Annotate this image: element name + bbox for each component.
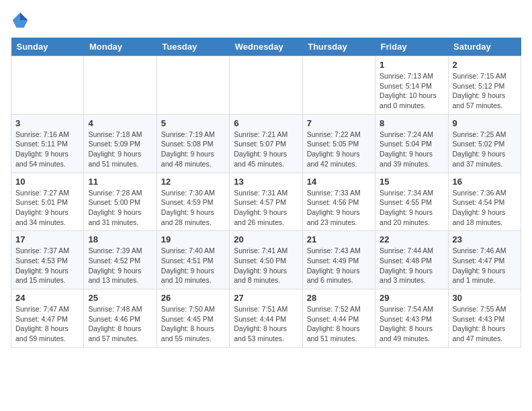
day-number: 9: [453, 118, 517, 128]
day-info: Sunrise: 7:33 AM Sunset: 4:56 PM Dayligh…: [307, 188, 371, 228]
day-info: Sunrise: 7:50 AM Sunset: 4:45 PM Dayligh…: [161, 304, 225, 344]
day-number: 15: [380, 177, 443, 187]
day-number: 2: [453, 60, 517, 70]
day-info: Sunrise: 7:39 AM Sunset: 4:52 PM Dayligh…: [88, 246, 152, 285]
header-tuesday: Tuesday: [157, 38, 229, 56]
table-cell: [302, 56, 375, 115]
day-info: Sunrise: 7:40 AM Sunset: 4:51 PM Dayligh…: [161, 246, 225, 285]
table-cell: 27Sunrise: 7:51 AM Sunset: 4:44 PM Dayli…: [230, 289, 302, 348]
table-cell: 18Sunrise: 7:39 AM Sunset: 4:52 PM Dayli…: [84, 231, 157, 289]
table-cell: 15Sunrise: 7:34 AM Sunset: 4:55 PM Dayli…: [375, 173, 448, 231]
day-number: 1: [380, 60, 443, 70]
table-cell: 23Sunrise: 7:46 AM Sunset: 4:47 PM Dayli…: [448, 231, 521, 289]
svg-marker-1: [20, 13, 28, 20]
day-number: 28: [307, 293, 371, 303]
day-number: 29: [380, 293, 443, 303]
week-row-1: 1Sunrise: 7:13 AM Sunset: 5:14 PM Daylig…: [11, 56, 521, 115]
header-wednesday: Wednesday: [230, 38, 302, 56]
day-number: 17: [15, 234, 79, 244]
day-number: 19: [161, 234, 225, 244]
day-number: 4: [88, 118, 152, 128]
day-info: Sunrise: 7:48 AM Sunset: 4:46 PM Dayligh…: [88, 304, 152, 344]
calendar-header-row: SundayMondayTuesdayWednesdayThursdayFrid…: [11, 38, 521, 56]
table-cell: 25Sunrise: 7:48 AM Sunset: 4:46 PM Dayli…: [84, 289, 157, 348]
week-row-5: 24Sunrise: 7:47 AM Sunset: 4:47 PM Dayli…: [11, 289, 521, 348]
calendar-table: SundayMondayTuesdayWednesdayThursdayFrid…: [11, 38, 521, 348]
table-cell: 14Sunrise: 7:33 AM Sunset: 4:56 PM Dayli…: [302, 173, 375, 231]
day-number: 22: [380, 234, 443, 244]
header-friday: Friday: [375, 38, 448, 56]
table-cell: 26Sunrise: 7:50 AM Sunset: 4:45 PM Dayli…: [157, 289, 229, 348]
day-number: 5: [161, 118, 225, 128]
day-info: Sunrise: 7:36 AM Sunset: 4:54 PM Dayligh…: [453, 188, 517, 228]
header-sunday: Sunday: [11, 38, 84, 56]
day-info: Sunrise: 7:46 AM Sunset: 4:47 PM Dayligh…: [453, 246, 517, 285]
day-info: Sunrise: 7:25 AM Sunset: 5:02 PM Dayligh…: [453, 130, 517, 169]
day-info: Sunrise: 7:31 AM Sunset: 4:57 PM Dayligh…: [234, 188, 298, 228]
day-number: 10: [15, 177, 79, 187]
week-row-2: 3Sunrise: 7:16 AM Sunset: 5:11 PM Daylig…: [11, 114, 521, 173]
day-number: 23: [453, 234, 517, 244]
table-cell: 7Sunrise: 7:22 AM Sunset: 5:05 PM Daylig…: [302, 114, 375, 173]
day-info: Sunrise: 7:44 AM Sunset: 4:48 PM Dayligh…: [380, 246, 443, 285]
day-info: Sunrise: 7:47 AM Sunset: 4:47 PM Dayligh…: [15, 304, 79, 344]
day-info: Sunrise: 7:55 AM Sunset: 4:43 PM Dayligh…: [453, 304, 517, 344]
week-row-4: 17Sunrise: 7:37 AM Sunset: 4:53 PM Dayli…: [11, 231, 521, 289]
day-number: 7: [307, 118, 371, 128]
page-header: [11, 11, 521, 30]
day-number: 16: [453, 177, 517, 187]
day-info: Sunrise: 7:30 AM Sunset: 4:59 PM Dayligh…: [161, 188, 225, 228]
day-number: 25: [88, 293, 152, 303]
day-number: 13: [234, 177, 298, 187]
day-info: Sunrise: 7:27 AM Sunset: 5:01 PM Dayligh…: [15, 188, 79, 228]
week-row-3: 10Sunrise: 7:27 AM Sunset: 5:01 PM Dayli…: [11, 173, 521, 231]
day-info: Sunrise: 7:15 AM Sunset: 5:12 PM Dayligh…: [453, 71, 517, 111]
day-info: Sunrise: 7:13 AM Sunset: 5:14 PM Dayligh…: [380, 71, 443, 111]
table-cell: 10Sunrise: 7:27 AM Sunset: 5:01 PM Dayli…: [11, 173, 84, 231]
table-cell: 19Sunrise: 7:40 AM Sunset: 4:51 PM Dayli…: [157, 231, 229, 289]
day-number: 26: [161, 293, 225, 303]
day-info: Sunrise: 7:37 AM Sunset: 4:53 PM Dayligh…: [15, 246, 79, 285]
table-cell: 16Sunrise: 7:36 AM Sunset: 4:54 PM Dayli…: [448, 173, 521, 231]
table-cell: 2Sunrise: 7:15 AM Sunset: 5:12 PM Daylig…: [448, 56, 521, 115]
day-number: 21: [307, 234, 371, 244]
day-number: 20: [234, 234, 298, 244]
table-cell: 29Sunrise: 7:54 AM Sunset: 4:43 PM Dayli…: [375, 289, 448, 348]
table-cell: [84, 56, 157, 115]
day-number: 27: [234, 293, 298, 303]
table-cell: 3Sunrise: 7:16 AM Sunset: 5:11 PM Daylig…: [11, 114, 84, 173]
day-info: Sunrise: 7:34 AM Sunset: 4:55 PM Dayligh…: [380, 188, 443, 228]
table-cell: 4Sunrise: 7:18 AM Sunset: 5:09 PM Daylig…: [84, 114, 157, 173]
day-number: 24: [15, 293, 79, 303]
day-info: Sunrise: 7:22 AM Sunset: 5:05 PM Dayligh…: [307, 130, 371, 169]
logo-icon: [11, 11, 30, 30]
day-info: Sunrise: 7:41 AM Sunset: 4:50 PM Dayligh…: [234, 246, 298, 285]
day-info: Sunrise: 7:21 AM Sunset: 5:07 PM Dayligh…: [234, 130, 298, 169]
table-cell: 21Sunrise: 7:43 AM Sunset: 4:49 PM Dayli…: [302, 231, 375, 289]
day-number: 8: [380, 118, 443, 128]
table-cell: 9Sunrise: 7:25 AM Sunset: 5:02 PM Daylig…: [448, 114, 521, 173]
table-cell: 6Sunrise: 7:21 AM Sunset: 5:07 PM Daylig…: [230, 114, 302, 173]
header-thursday: Thursday: [302, 38, 375, 56]
table-cell: 12Sunrise: 7:30 AM Sunset: 4:59 PM Dayli…: [157, 173, 229, 231]
day-info: Sunrise: 7:19 AM Sunset: 5:08 PM Dayligh…: [161, 130, 225, 169]
day-info: Sunrise: 7:54 AM Sunset: 4:43 PM Dayligh…: [380, 304, 443, 344]
table-cell: [11, 56, 84, 115]
day-info: Sunrise: 7:16 AM Sunset: 5:11 PM Dayligh…: [15, 130, 79, 169]
day-info: Sunrise: 7:43 AM Sunset: 4:49 PM Dayligh…: [307, 246, 371, 285]
day-number: 3: [15, 118, 79, 128]
day-info: Sunrise: 7:24 AM Sunset: 5:04 PM Dayligh…: [380, 130, 443, 169]
day-number: 6: [234, 118, 298, 128]
day-info: Sunrise: 7:18 AM Sunset: 5:09 PM Dayligh…: [88, 130, 152, 169]
table-cell: 24Sunrise: 7:47 AM Sunset: 4:47 PM Dayli…: [11, 289, 84, 348]
table-cell: 1Sunrise: 7:13 AM Sunset: 5:14 PM Daylig…: [375, 56, 448, 115]
day-number: 30: [453, 293, 517, 303]
header-saturday: Saturday: [448, 38, 521, 56]
table-cell: [157, 56, 229, 115]
day-info: Sunrise: 7:51 AM Sunset: 4:44 PM Dayligh…: [234, 304, 298, 344]
table-cell: 13Sunrise: 7:31 AM Sunset: 4:57 PM Dayli…: [230, 173, 302, 231]
day-info: Sunrise: 7:28 AM Sunset: 5:00 PM Dayligh…: [88, 188, 152, 228]
logo: [11, 11, 32, 30]
table-cell: 5Sunrise: 7:19 AM Sunset: 5:08 PM Daylig…: [157, 114, 229, 173]
header-monday: Monday: [84, 38, 157, 56]
